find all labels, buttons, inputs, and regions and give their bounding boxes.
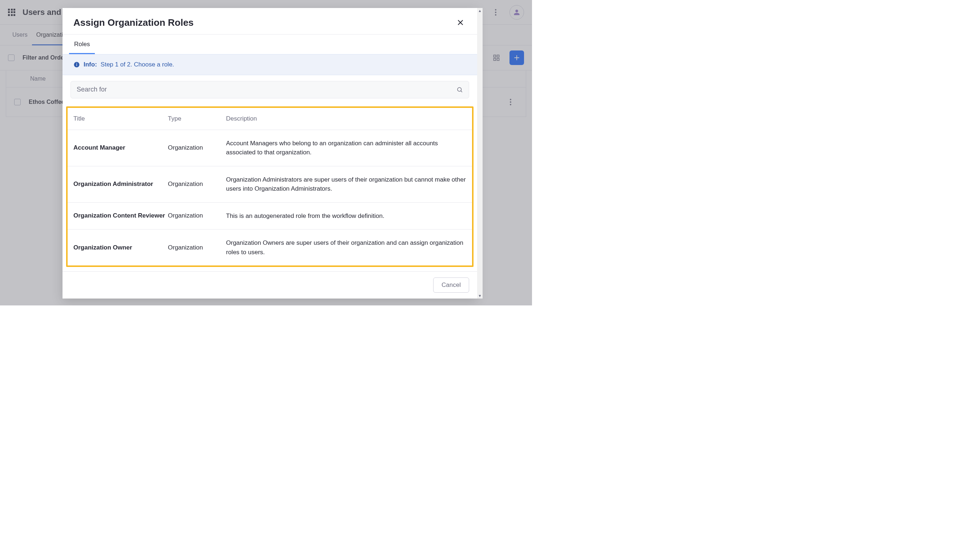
svg-rect-15: [76, 64, 77, 66]
role-type: Organization: [168, 244, 226, 251]
role-description: This is an autogenerated role from the w…: [226, 212, 466, 221]
role-title: Organization Content Reviewer: [73, 212, 168, 219]
assign-roles-modal: Assign Organization Roles Roles Info: St…: [62, 8, 477, 298]
column-header-type[interactable]: Type: [168, 115, 226, 122]
role-title: Account Manager: [73, 144, 168, 152]
svg-point-17: [457, 88, 461, 92]
svg-line-18: [461, 91, 462, 92]
role-description: Organization Owners are super users of t…: [226, 238, 466, 257]
scroll-up-arrow-icon[interactable]: ▲: [477, 8, 482, 13]
roles-table: Title Type Description Account Manager O…: [66, 107, 474, 267]
info-label: Info:: [83, 61, 97, 68]
info-text: Step 1 of 2. Choose a role.: [101, 61, 174, 68]
close-icon: [457, 19, 464, 26]
search-box[interactable]: [70, 81, 469, 98]
column-header-title[interactable]: Title: [73, 115, 168, 122]
svg-point-16: [76, 63, 77, 63]
cancel-button[interactable]: Cancel: [433, 277, 469, 293]
modal-tabs: Roles: [62, 35, 477, 54]
search-wrap: [62, 75, 477, 104]
modal-scrollbar[interactable]: ▲ ▼: [477, 8, 482, 298]
close-button[interactable]: [455, 17, 466, 28]
modal-footer: Cancel: [62, 271, 477, 298]
role-type: Organization: [168, 212, 226, 219]
role-row[interactable]: Organization Content Reviewer Organizati…: [68, 203, 472, 230]
search-icon: [456, 87, 463, 93]
search-input[interactable]: [77, 86, 456, 93]
column-header-description[interactable]: Description: [226, 115, 466, 122]
role-type: Organization: [168, 180, 226, 188]
role-title: Organization Owner: [73, 244, 168, 251]
info-banner: Info: Step 1 of 2. Choose a role.: [62, 54, 477, 75]
role-description: Account Managers who belong to an organi…: [226, 139, 466, 157]
modal-title: Assign Organization Roles: [73, 17, 194, 28]
modal-tab-roles[interactable]: Roles: [69, 35, 95, 54]
scroll-down-arrow-icon[interactable]: ▼: [477, 293, 482, 298]
role-description: Organization Administrators are super us…: [226, 175, 466, 193]
role-type: Organization: [168, 144, 226, 152]
role-row[interactable]: Organization Owner Organization Organiza…: [68, 230, 472, 265]
role-title: Organization Administrator: [73, 180, 168, 188]
role-row[interactable]: Account Manager Organization Account Man…: [68, 130, 472, 166]
info-icon: [73, 62, 80, 68]
roles-table-header: Title Type Description: [68, 108, 472, 130]
modal-header: Assign Organization Roles: [62, 8, 477, 35]
role-row[interactable]: Organization Administrator Organization …: [68, 166, 472, 203]
